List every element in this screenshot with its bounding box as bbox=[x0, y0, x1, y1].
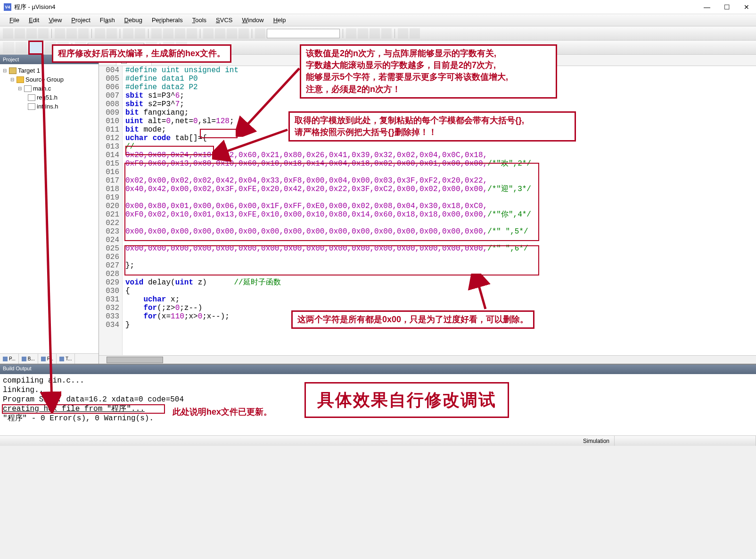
redo-button[interactable] bbox=[107, 28, 117, 39]
build-output-title: Build Output bbox=[3, 366, 32, 371]
menu-debug[interactable]: Debug bbox=[120, 17, 147, 24]
paste-button[interactable] bbox=[78, 28, 89, 39]
bookmark-next-button[interactable] bbox=[175, 28, 185, 39]
uncomment-button[interactable] bbox=[238, 28, 249, 39]
title-bar: V4 程序 - µVision4 — ☐ ✕ bbox=[0, 0, 756, 14]
indent-in-button[interactable] bbox=[203, 28, 214, 39]
new-file-button[interactable] bbox=[3, 28, 13, 39]
menu-flash[interactable]: Flash bbox=[95, 17, 120, 24]
tree-root[interactable]: ⊟ Target 1 bbox=[2, 66, 97, 75]
menu-peripherals[interactable]: Peripherals bbox=[147, 17, 188, 24]
menu-project[interactable]: Project bbox=[66, 17, 95, 24]
build-output-header: Build Output bbox=[0, 365, 756, 374]
tree-root-label: Target 1 bbox=[18, 67, 40, 74]
tree-file-label: reg51.h bbox=[37, 94, 58, 101]
ptab-project[interactable]: P... bbox=[0, 354, 19, 364]
comment-button[interactable] bbox=[227, 28, 237, 39]
window-button[interactable] bbox=[398, 28, 408, 39]
project-tabs: P... B... F... T... bbox=[0, 353, 99, 364]
scrollbar-thumb[interactable] bbox=[107, 357, 163, 363]
callout-sl128: 该数值是2的n次方，与点阵屏能够显示的字数有关, 字数越大能滚动显示的字数越多，… bbox=[300, 44, 557, 99]
tree-group-label: Source Group bbox=[25, 76, 64, 83]
breakpoint-clear-button[interactable] bbox=[381, 28, 392, 39]
tree-file-intrins[interactable]: intrins.h bbox=[2, 102, 97, 111]
menu-edit[interactable]: Edit bbox=[24, 17, 44, 24]
copy-button[interactable] bbox=[66, 28, 77, 39]
cut-button[interactable] bbox=[55, 28, 65, 39]
indent-out-button[interactable] bbox=[215, 28, 225, 39]
horizontal-scrollbar[interactable] bbox=[99, 355, 756, 364]
menu-svcs[interactable]: SVCS bbox=[211, 17, 237, 24]
ptab-books[interactable]: B... bbox=[19, 354, 38, 364]
tree-file-label: intrins.h bbox=[37, 103, 58, 110]
callout-hexupdate: 此处说明hex文件已更新。 bbox=[168, 404, 277, 420]
breakpoint-disable-button[interactable] bbox=[370, 28, 380, 39]
tree-group[interactable]: ⊟ Source Group bbox=[2, 75, 97, 84]
nav-fwd-button[interactable] bbox=[135, 28, 145, 39]
menu-tools[interactable]: Tools bbox=[188, 17, 211, 24]
project-tree[interactable]: ⊟ Target 1 ⊟ Source Group ⊟ main.c reg51… bbox=[0, 64, 99, 353]
status-bar: Simulation bbox=[0, 435, 756, 446]
tree-file-label: main.c bbox=[33, 85, 51, 92]
bookmark-prev-button[interactable] bbox=[163, 28, 173, 39]
build-button[interactable] bbox=[16, 42, 27, 53]
ptab-templates[interactable]: T... bbox=[57, 354, 75, 364]
status-empty bbox=[615, 436, 756, 446]
app-icon: V4 bbox=[4, 3, 11, 11]
menu-view[interactable]: View bbox=[44, 17, 66, 24]
save-button[interactable] bbox=[26, 28, 37, 39]
ptab-functions[interactable]: F... bbox=[38, 354, 57, 364]
breakpoint-button[interactable] bbox=[358, 28, 368, 39]
callout-zimo: 取得的字模放到此处，复制粘贴的每个字模都会带有大括号{}, 请严格按照示例把大括… bbox=[288, 111, 576, 142]
save-all-button[interactable] bbox=[38, 28, 49, 39]
open-file-button[interactable] bbox=[15, 28, 25, 39]
find-combo[interactable] bbox=[267, 29, 340, 38]
menu-help[interactable]: Help bbox=[269, 17, 291, 24]
menu-bar: File Edit View Project Flash Debug Perip… bbox=[0, 14, 756, 26]
toolbar-main bbox=[0, 26, 756, 41]
callout-big: 具体效果自行修改调试 bbox=[304, 382, 509, 418]
callout-compile: 程序修改好后再次编译，生成新的hex文件。 bbox=[52, 44, 231, 63]
minimize-button[interactable]: — bbox=[701, 1, 713, 13]
bookmark-clear-button[interactable] bbox=[187, 28, 197, 39]
line-gutter: 0040050060070080090100110120130140150160… bbox=[99, 66, 123, 355]
menu-window[interactable]: Window bbox=[237, 17, 268, 24]
status-mode: Simulation bbox=[578, 436, 615, 446]
tree-file-reg51[interactable]: reg51.h bbox=[2, 93, 97, 102]
close-button[interactable]: ✕ bbox=[741, 1, 752, 13]
config-button[interactable] bbox=[410, 28, 420, 39]
bookmark-button[interactable] bbox=[151, 28, 162, 39]
find-button[interactable] bbox=[255, 28, 265, 39]
nav-back-button[interactable] bbox=[123, 28, 133, 39]
callout-zero: 这两个字符是所有都是0x00，只是为了过度好看，可以删除。 bbox=[291, 310, 534, 329]
translate-button[interactable] bbox=[3, 42, 14, 53]
undo-button[interactable] bbox=[95, 28, 105, 39]
project-panel-title: Project bbox=[3, 57, 19, 62]
tree-file-main[interactable]: ⊟ main.c bbox=[2, 84, 97, 93]
debug-start-button[interactable] bbox=[346, 28, 356, 39]
maximize-button[interactable]: ☐ bbox=[721, 1, 732, 13]
window-title: 程序 - µVision4 bbox=[14, 3, 701, 11]
menu-file[interactable]: File bbox=[5, 17, 24, 24]
rebuild-button[interactable] bbox=[28, 41, 43, 55]
project-panel: Project ⊟ Target 1 ⊟ Source Group ⊟ main… bbox=[0, 55, 99, 364]
